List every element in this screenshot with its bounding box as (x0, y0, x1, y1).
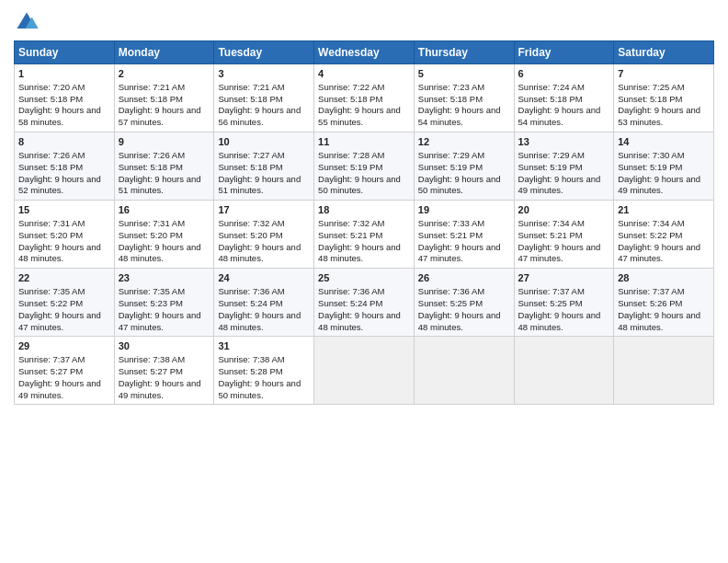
calendar-cell: 21Sunrise: 7:34 AMSunset: 5:22 PMDayligh… (614, 201, 714, 269)
day-number: 6 (518, 67, 610, 81)
sunrise-label: Sunrise: 7:29 AM (518, 150, 585, 160)
sunset-label: Sunset: 5:21 PM (418, 230, 483, 240)
daylight-label: Daylight: 9 hours and 48 minutes. (318, 310, 401, 332)
day-number: 29 (18, 339, 110, 353)
calendar-cell: 31Sunrise: 7:38 AMSunset: 5:28 PMDayligh… (214, 337, 314, 405)
calendar-cell: 25Sunrise: 7:36 AMSunset: 5:24 PMDayligh… (314, 269, 415, 337)
sunset-label: Sunset: 5:23 PM (119, 298, 183, 308)
calendar-cell: 26Sunrise: 7:36 AMSunset: 5:25 PMDayligh… (414, 269, 514, 337)
day-number: 12 (418, 135, 510, 149)
sunrise-label: Sunrise: 7:35 AM (119, 286, 185, 296)
day-number: 26 (418, 271, 510, 285)
sunrise-label: Sunrise: 7:23 AM (418, 82, 484, 92)
day-number: 4 (318, 67, 410, 81)
calendar-cell: 24Sunrise: 7:36 AMSunset: 5:24 PMDayligh… (214, 269, 314, 337)
calendar-cell: 23Sunrise: 7:35 AMSunset: 5:23 PMDayligh… (114, 269, 214, 337)
sunrise-label: Sunrise: 7:20 AM (18, 82, 85, 92)
calendar-cell: 1Sunrise: 7:20 AMSunset: 5:18 PMDaylight… (15, 64, 115, 132)
sunset-label: Sunset: 5:18 PM (318, 94, 382, 104)
sunrise-label: Sunrise: 7:26 AM (119, 150, 185, 160)
daylight-label: Daylight: 9 hours and 49 minutes. (18, 378, 101, 400)
week-row-1: 1Sunrise: 7:20 AMSunset: 5:18 PMDaylight… (15, 64, 714, 132)
daylight-label: Daylight: 9 hours and 48 minutes. (119, 242, 201, 264)
logo (14, 9, 43, 35)
calendar-cell: 27Sunrise: 7:37 AMSunset: 5:25 PMDayligh… (514, 269, 614, 337)
calendar-cell: 6Sunrise: 7:24 AMSunset: 5:18 PMDaylight… (514, 64, 614, 132)
day-header-friday: Friday (514, 41, 614, 64)
calendar-cell: 8Sunrise: 7:26 AMSunset: 5:18 PMDaylight… (15, 132, 115, 201)
calendar-cell (514, 337, 614, 405)
calendar-cell: 4Sunrise: 7:22 AMSunset: 5:18 PMDaylight… (314, 64, 415, 132)
sunrise-label: Sunrise: 7:36 AM (318, 286, 384, 296)
sunset-label: Sunset: 5:25 PM (418, 298, 483, 308)
calendar-cell: 18Sunrise: 7:32 AMSunset: 5:21 PMDayligh… (314, 201, 415, 269)
sunrise-label: Sunrise: 7:26 AM (18, 150, 85, 160)
calendar-cell: 22Sunrise: 7:35 AMSunset: 5:22 PMDayligh… (15, 269, 115, 337)
day-number: 31 (218, 339, 310, 353)
daylight-label: Daylight: 9 hours and 50 minutes. (318, 174, 401, 196)
sunset-label: Sunset: 5:18 PM (218, 94, 282, 104)
daylight-label: Daylight: 9 hours and 47 minutes. (418, 242, 501, 264)
calendar-cell: 7Sunrise: 7:25 AMSunset: 5:18 PMDaylight… (614, 64, 714, 132)
sunrise-label: Sunrise: 7:34 AM (518, 218, 585, 228)
page: SundayMondayTuesdayWednesdayThursdayFrid… (0, 0, 728, 563)
sunset-label: Sunset: 5:18 PM (18, 94, 83, 104)
sunset-label: Sunset: 5:19 PM (318, 162, 382, 172)
daylight-label: Daylight: 9 hours and 54 minutes. (418, 105, 501, 127)
calendar-cell: 30Sunrise: 7:38 AMSunset: 5:27 PMDayligh… (114, 337, 214, 405)
daylight-label: Daylight: 9 hours and 47 minutes. (618, 242, 700, 264)
day-number: 19 (418, 203, 510, 217)
sunrise-label: Sunrise: 7:38 AM (218, 354, 284, 364)
daylight-label: Daylight: 9 hours and 48 minutes. (518, 310, 601, 332)
sunset-label: Sunset: 5:24 PM (218, 298, 282, 308)
daylight-label: Daylight: 9 hours and 51 minutes. (218, 174, 301, 196)
calendar-cell: 17Sunrise: 7:32 AMSunset: 5:20 PMDayligh… (214, 201, 314, 269)
day-number: 22 (18, 271, 110, 285)
sunset-label: Sunset: 5:22 PM (18, 298, 83, 308)
day-number: 16 (119, 203, 210, 217)
day-header-wednesday: Wednesday (314, 41, 415, 64)
sunset-label: Sunset: 5:18 PM (618, 94, 682, 104)
day-number: 17 (218, 203, 310, 217)
day-header-sunday: Sunday (15, 41, 115, 64)
sunrise-label: Sunrise: 7:31 AM (119, 218, 185, 228)
day-number: 27 (518, 271, 610, 285)
day-number: 24 (218, 271, 310, 285)
sunrise-label: Sunrise: 7:36 AM (218, 286, 284, 296)
sunset-label: Sunset: 5:20 PM (119, 230, 183, 240)
daylight-label: Daylight: 9 hours and 47 minutes. (119, 310, 201, 332)
daylight-label: Daylight: 9 hours and 57 minutes. (119, 105, 201, 127)
daylight-label: Daylight: 9 hours and 48 minutes. (318, 242, 401, 264)
sunrise-label: Sunrise: 7:37 AM (18, 354, 85, 364)
calendar-cell: 28Sunrise: 7:37 AMSunset: 5:26 PMDayligh… (614, 269, 714, 337)
daylight-label: Daylight: 9 hours and 47 minutes. (518, 242, 601, 264)
header-row: SundayMondayTuesdayWednesdayThursdayFrid… (15, 41, 714, 64)
daylight-label: Daylight: 9 hours and 48 minutes. (218, 242, 301, 264)
day-number: 13 (518, 135, 610, 149)
sunset-label: Sunset: 5:26 PM (618, 298, 682, 308)
sunset-label: Sunset: 5:25 PM (518, 298, 583, 308)
daylight-label: Daylight: 9 hours and 49 minutes. (119, 378, 201, 400)
sunset-label: Sunset: 5:20 PM (18, 230, 83, 240)
day-number: 25 (318, 271, 410, 285)
calendar-cell: 11Sunrise: 7:28 AMSunset: 5:19 PMDayligh… (314, 132, 415, 201)
sunrise-label: Sunrise: 7:22 AM (318, 82, 384, 92)
calendar-cell: 20Sunrise: 7:34 AMSunset: 5:21 PMDayligh… (514, 201, 614, 269)
daylight-label: Daylight: 9 hours and 50 minutes. (218, 378, 301, 400)
sunrise-label: Sunrise: 7:28 AM (318, 150, 384, 160)
daylight-label: Daylight: 9 hours and 49 minutes. (618, 174, 700, 196)
daylight-label: Daylight: 9 hours and 51 minutes. (119, 174, 201, 196)
calendar-cell: 13Sunrise: 7:29 AMSunset: 5:19 PMDayligh… (514, 132, 614, 201)
calendar-cell: 10Sunrise: 7:27 AMSunset: 5:18 PMDayligh… (214, 132, 314, 201)
day-number: 28 (618, 271, 710, 285)
day-number: 30 (119, 339, 210, 353)
day-number: 7 (618, 67, 710, 81)
sunrise-label: Sunrise: 7:34 AM (618, 218, 684, 228)
sunset-label: Sunset: 5:18 PM (119, 162, 183, 172)
day-header-saturday: Saturday (614, 41, 714, 64)
day-number: 23 (119, 271, 210, 285)
sunset-label: Sunset: 5:18 PM (18, 162, 83, 172)
calendar-cell (314, 337, 415, 405)
sunset-label: Sunset: 5:28 PM (218, 366, 282, 376)
day-number: 2 (119, 67, 210, 81)
